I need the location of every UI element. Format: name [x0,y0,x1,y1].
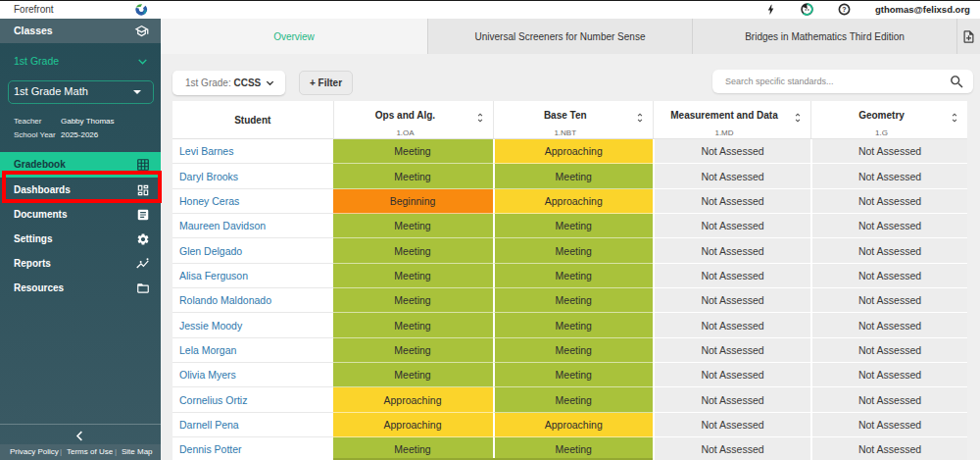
svg-text:?: ? [842,6,846,13]
